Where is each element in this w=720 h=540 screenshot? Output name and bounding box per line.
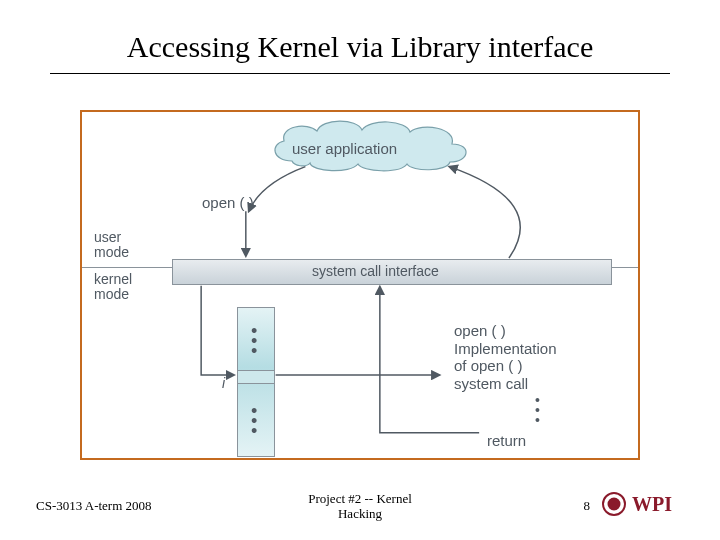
- svg-point-1: [608, 498, 621, 511]
- syscall-table-slot-i: [238, 370, 274, 384]
- index-i-label: i: [222, 375, 225, 391]
- implementation-label: Implementation of open ( ) system call: [454, 340, 557, 392]
- return-label: return: [487, 432, 526, 449]
- user-mode-label: user mode: [94, 230, 129, 261]
- diagram-frame: user application open ( ) user mode kern…: [80, 110, 640, 460]
- footer-page-number: 8: [584, 498, 591, 514]
- footer: CS-3013 A-term 2008 Project #2 -- Kernel…: [0, 482, 720, 522]
- svg-text:WPI: WPI: [632, 493, 672, 515]
- system-call-interface-label: system call interface: [312, 263, 439, 279]
- open-call-top-label: open ( ): [202, 194, 254, 211]
- slide-title: Accessing Kernel via Library interface: [0, 30, 720, 64]
- dots-icon: •••: [535, 396, 540, 425]
- dots-icon: •••: [251, 327, 257, 357]
- dots-icon: •••: [251, 407, 257, 437]
- kernel-mode-label: kernel mode: [94, 272, 132, 303]
- diagram: user application open ( ) user mode kern…: [82, 112, 638, 458]
- open-call-bottom-label: open ( ): [454, 322, 506, 339]
- user-application-label: user application: [292, 140, 397, 157]
- title-underline: [50, 73, 670, 74]
- wpi-logo: WPI: [602, 490, 690, 522]
